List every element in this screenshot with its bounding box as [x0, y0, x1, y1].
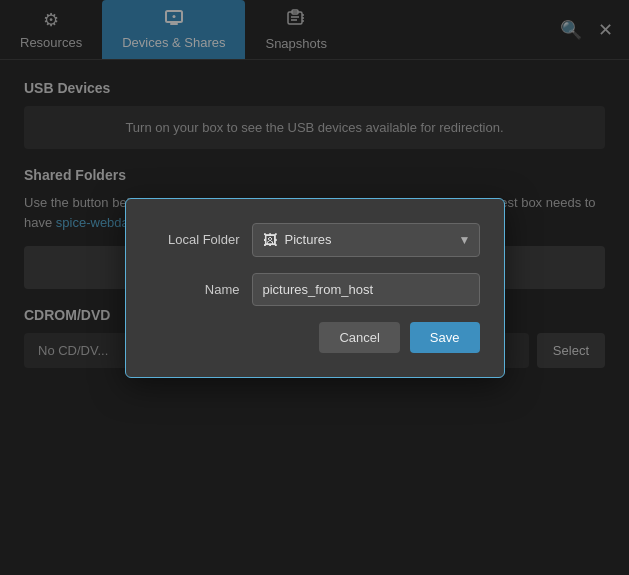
local-folder-label: Local Folder	[150, 232, 240, 247]
cancel-button[interactable]: Cancel	[319, 322, 399, 353]
folder-icon: 🖼	[263, 232, 277, 248]
add-shared-folder-dialog: Local Folder 🖼 Pictures ▼ Name Cancel Sa…	[125, 198, 505, 378]
dialog-overlay: Local Folder 🖼 Pictures ▼ Name Cancel Sa…	[0, 0, 629, 575]
dialog-actions: Cancel Save	[150, 322, 480, 353]
name-label: Name	[150, 282, 240, 297]
local-folder-select-wrapper: 🖼 Pictures ▼	[252, 223, 480, 257]
local-folder-row: Local Folder 🖼 Pictures ▼	[150, 223, 480, 257]
name-row: Name	[150, 273, 480, 306]
local-folder-select[interactable]: 🖼 Pictures ▼	[252, 223, 480, 257]
name-input[interactable]	[252, 273, 480, 306]
chevron-down-icon: ▼	[459, 233, 471, 247]
save-button[interactable]: Save	[410, 322, 480, 353]
local-folder-value: Pictures	[285, 232, 332, 247]
